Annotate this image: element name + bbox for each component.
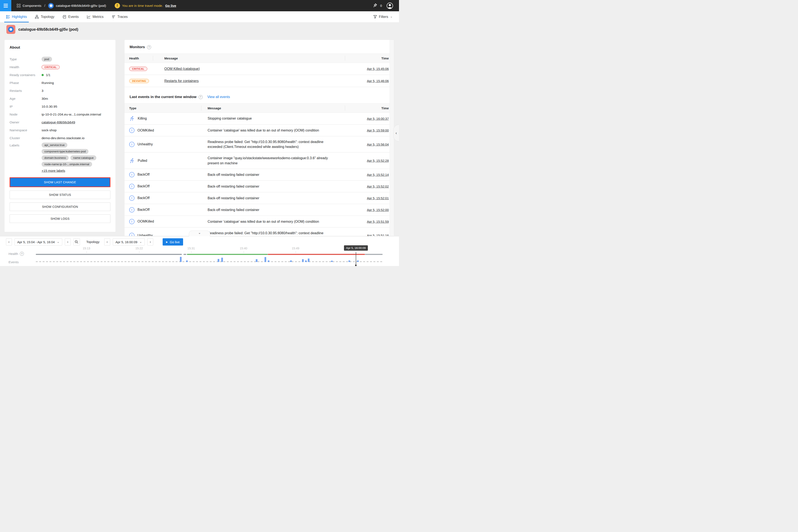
topology-time-select[interactable]: Apr 5, 16:00:09 [113,238,145,246]
event-row[interactable]: OOMKilledContainer 'catalogue' was kille… [125,125,394,136]
event-message: Stopping container catalogue [201,116,345,121]
expand-events-button[interactable] [189,231,210,236]
show-configuration-button[interactable]: SHOW CONFIGURATION [10,203,110,211]
highlights-panel: Monitors Health Message Time CRITICAL OO… [124,40,394,236]
event-time-link[interactable]: Apr 5, 15:56:04 [367,142,389,146]
tab-topology[interactable]: Topology [31,11,58,22]
more-labels-link[interactable]: +15 more labels [41,169,65,173]
event-count-bar [221,258,223,262]
pin-icon[interactable] [373,3,378,8]
event-row[interactable]: BackOffBack-off restarting failed contai… [125,192,394,204]
axis-tick-label: 15:40 [240,247,247,250]
alert-icon [129,233,134,236]
event-row[interactable]: PulledContainer image "quay.io/stackstat… [125,153,394,169]
owner-link[interactable]: catalogue-69b58cb649 [41,120,75,124]
ready-status-dot [41,74,44,76]
event-time-link[interactable]: Apr 5, 15:52:00 [367,208,389,212]
monitor-time-link[interactable]: Apr 5, 15:45:06 [367,67,389,71]
monitor-row[interactable]: DEVIATING Restarts for containers Apr 5,… [125,75,394,87]
time-previous-button[interactable] [104,238,110,246]
user-avatar[interactable] [387,3,393,9]
go-live-link[interactable]: Go live [165,4,176,8]
event-message: Back-off restarting failed container [201,196,345,201]
monitors-table-header: Health Message Time [125,54,394,63]
event-time-link[interactable]: Apr 5, 15:59:00 [367,129,389,132]
view-all-events-link[interactable]: View all events [207,95,230,99]
zoom-out-icon[interactable] [73,238,80,246]
hamburger-menu-icon[interactable] [0,0,11,11]
about-row-ip: IP 10.0.30.95 [10,102,110,110]
monitor-time-link[interactable]: Apr 5, 15:46:06 [367,79,389,83]
event-time-link[interactable]: Apr 5, 16:00:37 [367,117,389,120]
marker-line [356,252,356,265]
event-time-link[interactable]: Apr 5, 15:51:16 [367,234,389,236]
show-last-change-button[interactable]: SHOW LAST CHANGE [10,178,110,187]
about-row-cluster: Cluster demo-dev.demo.stackstate.io [10,134,110,142]
highlights-icon [6,15,10,19]
event-count-bar [268,261,269,262]
event-time-link[interactable]: Apr 5, 15:52:14 [367,173,389,176]
monitor-message-link[interactable]: Restarts for containers [164,79,198,83]
label-chip: node-name:ip-10-...ompute.internal [41,162,92,167]
event-row[interactable]: KillingStopping container catalogueApr 5… [125,113,394,125]
event-row[interactable]: BackOffBack-off restarting failed contai… [125,169,394,181]
range-previous-button[interactable] [6,238,12,246]
warning-icon [115,3,120,8]
health-segment [365,254,383,255]
events-table-header: Type Message Time [125,103,394,113]
event-row[interactable]: UnhealthyReadiness probe failed: Get "ht… [125,136,394,153]
event-count-bar [256,259,258,262]
event-time-link[interactable]: Apr 5, 15:52:28 [367,159,389,163]
running-icon [129,158,135,164]
about-row-phase: Phase Running [10,79,110,87]
time-next-button[interactable] [147,238,153,246]
pod-entity-icon [6,25,15,34]
tab-events[interactable]: Events [58,11,83,22]
scrollbar[interactable] [390,40,394,236]
label-chip: component-type:kubernetes-pod [41,149,89,154]
collapse-panel-button[interactable] [393,125,399,141]
go-live-button[interactable]: Go live [163,238,183,246]
event-count-bar [305,261,307,262]
tab-traces[interactable]: Traces [108,11,132,22]
timeline-chart[interactable]: 15:1315:2215:3115:4015:49 Apr 5, 16:00:0… [36,247,383,266]
filters-button[interactable]: Filters [373,11,393,22]
event-row[interactable]: BackOffBack-off restarting failed contai… [125,181,394,192]
event-time-link[interactable]: Apr 5, 15:51:59 [367,220,389,223]
help-icon[interactable] [147,45,151,49]
event-row[interactable]: UnhealthyReadiness probe failed: Get "ht… [125,228,394,236]
monitor-message-link[interactable]: OOM Killed (catalogue) [164,67,200,71]
health-segment [36,254,182,255]
breadcrumb-components[interactable]: Components [23,4,41,8]
label-chip: name:catalogue [70,155,96,160]
traces-icon [112,15,115,19]
events-row-label: Events [8,260,19,264]
event-message: Container 'catalogue' was killed due to … [201,128,345,133]
filter-funnel-icon [373,15,377,19]
time-range-select[interactable]: Apr 5, 15:04 - Apr 5, 16:04 [15,238,62,246]
show-logs-button[interactable]: SHOW LOGS [10,214,110,223]
page-title: catalogue-69b58cb649-gjl5v (pod) [18,27,78,32]
monitor-row[interactable]: CRITICAL OOM Killed (catalogue) Apr 5, 1… [125,63,394,75]
entity-header: catalogue-69b58cb649-gjl5v (pod) [6,25,78,34]
help-icon[interactable] [198,95,203,99]
event-count-bar [290,261,292,262]
event-row[interactable]: BackOffBack-off restarting failed contai… [125,204,394,216]
tab-metrics[interactable]: Metrics [83,11,108,22]
event-type: Killing [138,117,147,120]
range-next-button[interactable] [65,238,71,246]
show-status-button[interactable]: SHOW STATUS [10,191,110,199]
event-time-link[interactable]: Apr 5, 15:52:02 [367,185,389,188]
about-row-node: Node ip-10-0-21-204.eu-w...1.compute.int… [10,110,110,118]
event-time-link[interactable]: Apr 5, 15:52:01 [367,196,389,200]
running-icon [129,116,135,121]
monitor-health-badge: CRITICAL [129,67,147,71]
help-icon[interactable] [20,252,24,256]
event-type: Unhealthy [137,234,153,236]
breadcrumb-entity[interactable]: catalogue-69b58cb649-gjl5v (pod) [56,4,106,8]
tab-highlights[interactable]: Highlights [2,11,31,22]
marker-handle[interactable] [355,265,357,266]
event-message: Back-off restarting failed container [201,172,345,177]
metrics-icon [87,15,91,19]
event-row[interactable]: OOMKilledContainer 'catalogue' was kille… [125,216,394,228]
